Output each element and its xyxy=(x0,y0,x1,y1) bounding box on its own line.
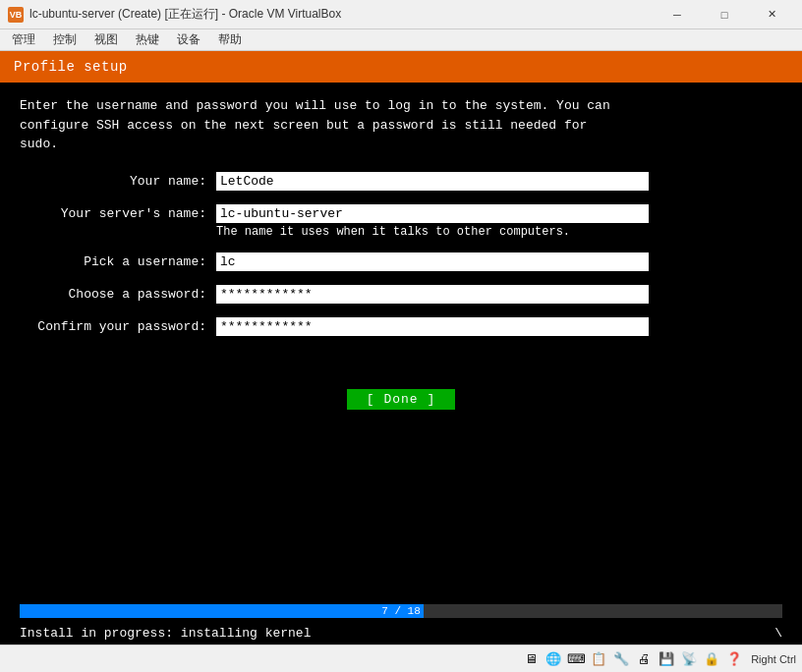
menu-item-帮助[interactable]: 帮助 xyxy=(210,29,250,50)
taskbar-icon-6[interactable]: 🖨 xyxy=(634,649,654,669)
menu-item-控制[interactable]: 控制 xyxy=(45,29,85,50)
window-controls: ─ □ ✕ xyxy=(655,0,794,29)
taskbar-icon-1[interactable]: 🖥 xyxy=(521,649,541,669)
progress-text: 7 / 18 xyxy=(20,604,782,618)
menu-item-视图[interactable]: 视图 xyxy=(86,29,126,50)
right-ctrl-label: Right Ctrl xyxy=(751,653,796,665)
title-bar-left: VB lc-ubuntu-server (Create) [正在运行] - Or… xyxy=(8,6,341,23)
confirm-password-row: Confirm your password: xyxy=(20,317,782,336)
taskbar-icon-9[interactable]: 🔒 xyxy=(702,649,721,669)
your-name-row: Your name: xyxy=(20,172,782,191)
taskbar-icon-4[interactable]: 📋 xyxy=(589,649,608,669)
minimize-button[interactable]: ─ xyxy=(655,0,700,29)
close-button[interactable]: ✕ xyxy=(749,0,794,29)
done-button[interactable]: [ Done ] xyxy=(347,389,455,410)
menu-item-热键[interactable]: 热键 xyxy=(128,29,167,50)
server-name-wrap: The name it uses when it talks to other … xyxy=(216,204,782,239)
description-text: Enter the username and password you will… xyxy=(20,96,782,154)
taskbar-icon-2[interactable]: 🌐 xyxy=(544,649,563,669)
username-row: Pick a username: xyxy=(20,252,782,271)
taskbar-icon-10[interactable]: ❓ xyxy=(724,649,744,669)
progress-bar-outer: 7 / 18 xyxy=(20,604,782,618)
taskbar: 🖥 🌐 ⌨ 📋 🔧 🖨 💾 📡 🔒 ❓ Right Ctrl xyxy=(0,644,802,672)
title-bar: VB lc-ubuntu-server (Create) [正在运行] - Or… xyxy=(0,0,802,29)
status-bar: Install in progress: installing kernel \ xyxy=(0,622,802,644)
password-wrap xyxy=(216,285,782,304)
menu-bar: 管理控制视图热键设备帮助 xyxy=(0,29,802,51)
status-symbol: \ xyxy=(774,626,782,641)
vm-window: Profile setup Enter the username and pas… xyxy=(0,51,802,644)
done-area: [ Done ] xyxy=(20,389,782,410)
password-row: Choose a password: xyxy=(20,285,782,304)
window-title: lc-ubuntu-server (Create) [正在运行] - Oracl… xyxy=(29,6,341,23)
progress-area: 7 / 18 xyxy=(0,600,802,622)
maximize-button[interactable]: □ xyxy=(702,0,747,29)
password-input[interactable] xyxy=(216,285,649,304)
menu-item-设备[interactable]: 设备 xyxy=(169,29,208,50)
server-name-row: Your server's name: The name it uses whe… xyxy=(20,204,782,239)
your-name-label: Your name: xyxy=(20,172,216,189)
username-label: Pick a username: xyxy=(20,252,216,269)
your-name-input[interactable] xyxy=(216,172,649,191)
confirm-password-input[interactable] xyxy=(216,317,649,336)
profile-setup-header: Profile setup xyxy=(0,51,802,83)
username-wrap xyxy=(216,252,782,271)
taskbar-icon-7[interactable]: 💾 xyxy=(657,649,676,669)
server-name-label: Your server's name: xyxy=(20,204,216,221)
vm-content: Enter the username and password you will… xyxy=(0,83,802,600)
username-input[interactable] xyxy=(216,252,649,271)
your-name-wrap xyxy=(216,172,782,191)
menu-item-管理[interactable]: 管理 xyxy=(4,29,43,50)
taskbar-icon-3[interactable]: ⌨ xyxy=(566,649,586,669)
server-name-input[interactable] xyxy=(216,204,649,223)
status-text: Install in progress: installing kernel xyxy=(20,626,311,641)
taskbar-icon-8[interactable]: 📡 xyxy=(679,649,699,669)
taskbar-icon-5[interactable]: 🔧 xyxy=(611,649,631,669)
confirm-password-label: Confirm your password: xyxy=(20,317,216,334)
confirm-password-wrap xyxy=(216,317,782,336)
server-name-hint: The name it uses when it talks to other … xyxy=(216,225,782,239)
password-label: Choose a password: xyxy=(20,285,216,302)
virtualbox-icon: VB xyxy=(8,7,24,23)
